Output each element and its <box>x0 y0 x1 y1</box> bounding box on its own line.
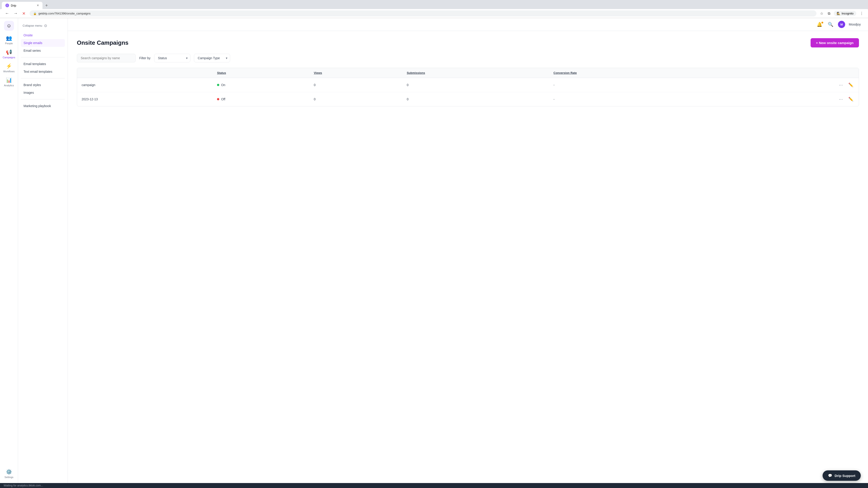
address-bar: ← → ✕ 🔒 getdrip.com/7641396/onsite_campa… <box>0 9 868 18</box>
tab-bar: D Drip × + <box>0 0 868 9</box>
campaign-status: Off <box>213 92 309 106</box>
forward-button[interactable]: → <box>12 11 19 16</box>
menu-item-brand-styles[interactable]: Brand styles <box>21 81 65 89</box>
new-tab-button[interactable]: + <box>43 2 50 9</box>
more-button[interactable]: ⋮ <box>859 10 864 17</box>
campaign-edit-button[interactable]: ✏️ <box>847 82 854 88</box>
campaign-type-filter-wrapper: Campaign Type <box>194 54 230 62</box>
campaigns-label: Campaigns <box>3 56 16 59</box>
incognito-label: Incognito <box>842 12 854 15</box>
browser-actions: ☆ ⧉ 🕵 Incognito ⋮ <box>819 10 864 17</box>
campaign-views: 0 <box>309 78 402 92</box>
status-dot <box>217 98 219 100</box>
col-submissions[interactable]: Submissions <box>402 68 549 78</box>
page-header: Onsite Campaigns + New onsite campaign <box>77 38 859 47</box>
url-text: getdrip.com/7641396/onsite_campaigns <box>38 12 91 15</box>
collapse-menu-text: Collapse menu <box>23 24 42 27</box>
notification-bell[interactable]: 🔔 <box>816 22 823 27</box>
nav-buttons: ← → ✕ <box>4 11 27 17</box>
campaigns-table-wrapper: Status Views Submissions Conversion Rate… <box>77 68 859 106</box>
campaign-submissions: 0 <box>402 78 549 92</box>
campaign-edit-button[interactable]: ✏️ <box>847 96 854 103</box>
table-header-row: Status Views Submissions Conversion Rate <box>77 68 859 78</box>
col-views[interactable]: Views <box>309 68 402 78</box>
sidebar-item-campaigns[interactable]: 📢 Campaigns <box>1 47 17 61</box>
status-bar-text: Waiting for analytics.tiktok.com... <box>4 484 43 487</box>
col-conversion-rate[interactable]: Conversion Rate <box>549 68 723 78</box>
support-icon: 💬 <box>828 474 832 478</box>
filter-label: Filter by <box>139 56 151 60</box>
menu-item-email-templates[interactable]: Email templates <box>21 60 65 68</box>
tab-close-btn[interactable]: × <box>37 4 39 7</box>
menu-section-campaigns: Onsite Single emails Email series <box>18 31 68 55</box>
collapse-menu-icon: ⊙ <box>44 24 47 28</box>
page: Onsite Campaigns + New onsite campaign F… <box>68 31 868 113</box>
url-bar[interactable]: 🔒 getdrip.com/7641396/onsite_campaigns <box>30 10 816 17</box>
menu-item-marketing-playbook[interactable]: Marketing playbook <box>21 102 65 110</box>
drip-support-button[interactable]: 💬 Drip Support <box>823 470 861 481</box>
reload-button[interactable]: ✕ <box>21 11 27 17</box>
campaign-conversion-rate: - <box>549 92 723 106</box>
sidebar-item-settings[interactable]: ⚙️ Settings <box>1 467 17 480</box>
browser-chrome: D Drip × + ← → ✕ 🔒 getdrip.com/7641396/o… <box>0 0 868 18</box>
search-icon[interactable]: 🔍 <box>827 21 834 28</box>
app-logo[interactable]: ☺ <box>4 21 14 31</box>
table-row: campaign On 0 0 - ⋯ ✏️ <box>77 78 859 92</box>
menu-item-onsite[interactable]: Onsite <box>21 31 65 39</box>
table-body: campaign On 0 0 - ⋯ ✏️ 2023-12-13 <box>77 78 859 106</box>
page-title: Onsite Campaigns <box>77 39 128 46</box>
menu-item-single-emails[interactable]: Single emails <box>21 39 65 47</box>
incognito-icon: 🕵 <box>837 12 840 15</box>
logo-icon: ☺ <box>6 23 11 29</box>
campaign-name: 2023-12-13 <box>77 92 213 106</box>
campaign-actions: ⋯ ✏️ <box>723 92 859 106</box>
main-content: 🔔 🔍 M Moodjoy Onsite Campaigns + New ons… <box>68 18 868 483</box>
status-dot <box>217 84 219 86</box>
menu-divider-2 <box>21 78 65 78</box>
campaign-more-button[interactable]: ⋯ <box>838 82 844 88</box>
active-tab[interactable]: D Drip × <box>2 2 42 9</box>
status-text: On <box>221 83 225 87</box>
col-name[interactable] <box>77 68 213 78</box>
search-input[interactable] <box>77 54 135 62</box>
campaign-type-filter[interactable]: Campaign Type <box>194 54 230 62</box>
analytics-icon: 📊 <box>6 77 12 83</box>
sidebar-item-people[interactable]: 👥 People <box>1 33 17 46</box>
menu-section-templates: Email templates Text email templates <box>18 60 68 75</box>
people-icon: 👥 <box>6 35 12 41</box>
menu-item-email-series[interactable]: Email series <box>21 47 65 55</box>
lock-icon: 🔒 <box>33 12 37 15</box>
sidebar-item-analytics[interactable]: 📊 Analytics <box>1 75 17 89</box>
workflows-icon: ⚡ <box>6 63 12 69</box>
status-text: Off <box>221 97 225 101</box>
status-filter[interactable]: Status On Off <box>154 54 190 62</box>
bookmark-button[interactable]: ☆ <box>819 10 824 17</box>
new-campaign-button[interactable]: + New onsite campaign <box>811 38 859 47</box>
support-label: Drip Support <box>835 474 855 478</box>
back-button[interactable]: ← <box>4 11 10 16</box>
status-filter-wrapper: Status On Off <box>154 54 190 62</box>
campaign-views: 0 <box>309 92 402 106</box>
username[interactable]: Moodjoy <box>849 23 861 26</box>
menu-item-images[interactable]: Images <box>21 89 65 96</box>
settings-label: Settings <box>4 476 13 479</box>
menu-item-text-email-templates[interactable]: Text email templates <box>21 68 65 75</box>
campaigns-icon: 📢 <box>6 49 12 55</box>
campaign-status: On <box>213 78 309 92</box>
workflows-label: Workflows <box>3 70 15 73</box>
app-container: ☺ 👥 People 📢 Campaigns ⚡ Workflows 📊 Ana… <box>0 18 868 483</box>
profile-extensions-button[interactable]: ⧉ <box>827 11 831 17</box>
collapse-menu-btn[interactable]: Collapse menu ⊙ <box>18 22 68 31</box>
sidebar-narrow: ☺ 👥 People 📢 Campaigns ⚡ Workflows 📊 Ana… <box>0 18 18 483</box>
filters-row: Filter by Status On Off Campaign Type <box>77 54 859 62</box>
settings-icon: ⚙️ <box>6 469 12 475</box>
sidebar-item-workflows[interactable]: ⚡ Workflows <box>1 61 17 74</box>
incognito-profile[interactable]: 🕵 Incognito <box>834 11 856 16</box>
avatar[interactable]: M <box>838 21 845 28</box>
menu-divider-3 <box>21 99 65 99</box>
col-status[interactable]: Status <box>213 68 309 78</box>
topbar: 🔔 🔍 M Moodjoy <box>68 18 868 31</box>
campaigns-table: Status Views Submissions Conversion Rate… <box>77 68 859 106</box>
col-actions <box>723 68 859 78</box>
campaign-more-button[interactable]: ⋯ <box>838 96 844 103</box>
